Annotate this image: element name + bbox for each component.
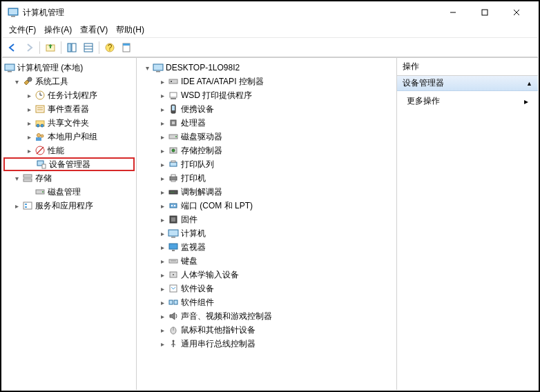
expander-icon[interactable]: ▾: [142, 64, 152, 72]
device-category[interactable]: ▸软件设备: [138, 282, 395, 295]
device-category-label: 计算机: [181, 228, 206, 239]
tree-disk-management[interactable]: 磁盘管理: [3, 185, 135, 199]
close-button[interactable]: [501, 2, 532, 23]
menu-action[interactable]: 操作(A): [40, 23, 76, 37]
device-category[interactable]: ▸固件: [138, 213, 395, 226]
help-button[interactable]: ?: [102, 40, 117, 55]
expander-icon[interactable]: ▸: [157, 326, 167, 334]
device-category-label: 打印机: [181, 173, 206, 184]
menu-view[interactable]: 查看(V): [76, 23, 112, 37]
menu-help[interactable]: 帮助(H): [112, 23, 148, 37]
expander-icon[interactable]: ▸: [157, 202, 167, 210]
tree-device-manager-selected[interactable]: 设备管理器: [3, 157, 135, 171]
expander-icon[interactable]: ▸: [24, 147, 34, 155]
device-category[interactable]: ▸打印机: [138, 171, 395, 185]
tree-system-tools[interactable]: ▾系统工具: [3, 75, 135, 88]
expander-icon[interactable]: ▸: [157, 271, 167, 279]
tree-services-apps[interactable]: ▸服务和应用程序: [3, 199, 135, 213]
tree-root[interactable]: 计算机管理 (本地): [3, 61, 135, 75]
expander-icon[interactable]: ▸: [157, 216, 167, 224]
expander-icon[interactable]: ▸: [157, 257, 167, 265]
expander-icon[interactable]: ▸: [157, 161, 167, 168]
expander-icon[interactable]: ▸: [24, 106, 34, 113]
expander-icon[interactable]: ▾: [12, 175, 21, 182]
tree-local-users[interactable]: ▸本地用户和组: [3, 130, 135, 144]
expander-icon[interactable]: ▸: [157, 119, 167, 127]
swcomp-icon: [168, 297, 179, 308]
computer-icon: [168, 228, 179, 239]
expander-icon[interactable]: ▸: [157, 244, 167, 251]
titlebar: 计算机管理: [2, 2, 538, 23]
svg-rect-1: [9, 9, 17, 14]
maximize-button[interactable]: [469, 2, 501, 23]
expander-icon[interactable]: ▸: [24, 119, 34, 127]
expander-icon[interactable]: ▸: [157, 188, 167, 196]
device-category[interactable]: ▸人体学输入设备: [138, 268, 395, 282]
device-category[interactable]: ▸鼠标和其他指针设备: [138, 323, 395, 337]
svg-rect-52: [172, 121, 175, 124]
expander-icon[interactable]: ▸: [157, 106, 167, 113]
up-button[interactable]: [43, 40, 58, 55]
menu-file[interactable]: 文件(F): [5, 23, 40, 37]
view-button-2[interactable]: [81, 40, 96, 55]
tree-performance[interactable]: ▸性能: [3, 144, 135, 157]
device-category-label: 软件设备: [181, 283, 214, 295]
device-category[interactable]: ▸通用串行总线控制器: [138, 337, 395, 351]
expander-icon[interactable]: ▸: [157, 147, 167, 155]
expander-icon[interactable]: ▸: [157, 340, 167, 348]
expander-icon[interactable]: ▸: [24, 92, 34, 99]
minimize-button[interactable]: [437, 2, 469, 23]
device-category[interactable]: ▸监视器: [138, 240, 395, 254]
device-category[interactable]: ▸打印队列: [138, 157, 395, 171]
device-category[interactable]: ▸处理器: [138, 116, 395, 130]
expander-icon[interactable]: ▸: [157, 313, 167, 320]
svg-rect-41: [25, 204, 27, 205]
device-category-label: 鼠标和其他指针设备: [181, 324, 255, 336]
expander-icon[interactable]: ▸: [157, 285, 167, 293]
device-category[interactable]: ▸WSD 打印提供程序: [138, 88, 395, 102]
device-category[interactable]: ▸IDE ATA/ATAPI 控制器: [138, 75, 395, 88]
expander-icon[interactable]: ▸: [157, 92, 167, 99]
storage-icon: [168, 145, 179, 156]
device-category[interactable]: ▸磁盘驱动器: [138, 130, 395, 144]
device-category[interactable]: ▸便携设备: [138, 102, 395, 116]
tree-label: 事件查看器: [48, 104, 89, 115]
cpu-icon: [168, 117, 179, 128]
svg-rect-42: [25, 206, 27, 208]
queue-icon: [168, 159, 179, 170]
svg-rect-4: [482, 10, 488, 15]
portable-icon: [168, 104, 179, 115]
device-category[interactable]: ▸端口 (COM 和 LPT): [138, 199, 395, 213]
more-actions[interactable]: 更多操作▸: [397, 91, 538, 111]
device-category[interactable]: ▸存储控制器: [138, 144, 395, 157]
device-root[interactable]: ▾DESKTOP-1LO98I2: [138, 61, 395, 75]
device-category[interactable]: ▸计算机: [138, 226, 395, 240]
forward-button[interactable]: [21, 40, 37, 55]
actions-section[interactable]: 设备管理器▲: [397, 76, 538, 91]
expander-icon[interactable]: ▸: [157, 133, 167, 141]
computer-icon: [153, 62, 164, 73]
device-category[interactable]: ▸调制解调器: [138, 185, 395, 199]
svg-point-54: [175, 136, 177, 137]
back-button[interactable]: [5, 40, 20, 55]
tree-label: 本地用户和组: [48, 131, 97, 143]
expander-icon[interactable]: ▸: [12, 202, 21, 210]
device-category[interactable]: ▸软件组件: [138, 295, 395, 309]
tree-storage[interactable]: ▾存储: [3, 171, 135, 185]
expander-icon[interactable]: ▸: [24, 133, 34, 141]
expander-icon[interactable]: ▸: [157, 299, 167, 306]
tree-task-scheduler[interactable]: ▸任务计划程序: [3, 88, 135, 102]
tree-shared-folders[interactable]: ▸共享文件夹: [3, 116, 135, 130]
expander-icon[interactable]: ▸: [157, 230, 167, 237]
properties-button[interactable]: [119, 40, 134, 55]
expander-icon[interactable]: ▸: [157, 78, 167, 86]
view-button-1[interactable]: [64, 40, 79, 55]
tree-event-viewer[interactable]: ▸事件查看器: [3, 102, 135, 116]
expander-icon[interactable]: ▸: [157, 175, 167, 182]
device-category[interactable]: ▸声音、视频和游戏控制器: [138, 309, 395, 323]
svg-rect-61: [171, 180, 175, 182]
swdev-icon: [168, 283, 179, 294]
device-category[interactable]: ▸键盘: [138, 254, 395, 268]
expander-icon[interactable]: ▾: [12, 78, 21, 86]
device-category-label: 软件组件: [181, 297, 214, 308]
